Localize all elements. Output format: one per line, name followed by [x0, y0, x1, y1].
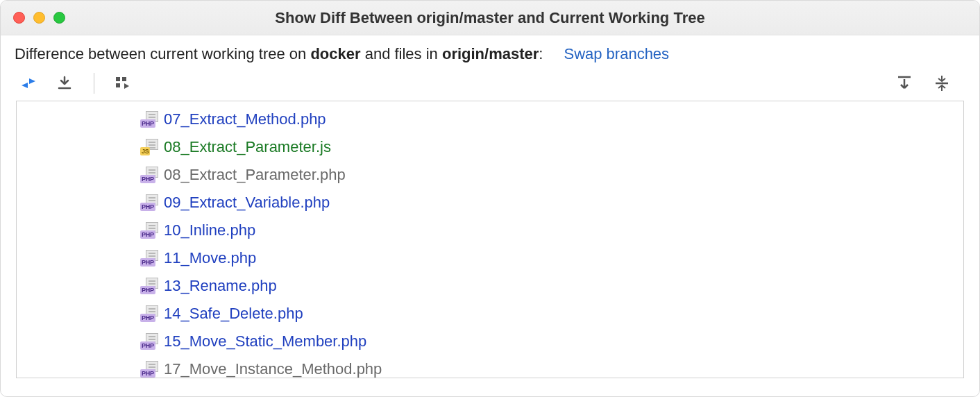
file-name-label: 08_Extract_Parameter.php — [164, 166, 346, 184]
changed-files-list[interactable]: PHP07_Extract_Method.phpJS08_Extract_Par… — [16, 101, 964, 378]
file-row[interactable]: PHP14_Safe_Delete.php — [17, 300, 963, 328]
php-file-icon: PHP — [140, 333, 160, 350]
file-row[interactable]: PHP11_Move.php — [17, 244, 963, 272]
group-by-icon — [115, 76, 132, 90]
dialog-window: Show Diff Between origin/master and Curr… — [0, 0, 980, 397]
file-row[interactable]: PHP08_Extract_Parameter.php — [17, 161, 963, 189]
swap-panes-icon — [19, 76, 37, 91]
file-name-label: 17_Move_Instance_Method.php — [164, 360, 382, 378]
titlebar: Show Diff Between origin/master and Curr… — [1, 1, 979, 35]
file-name-label: 11_Move.php — [164, 249, 256, 267]
file-name-label: 15_Move_Static_Member.php — [164, 332, 366, 350]
php-file-icon: PHP — [140, 111, 160, 128]
collapse-all-icon — [933, 74, 951, 92]
desc-suffix: : — [539, 45, 543, 62]
swap-panes-button[interactable] — [19, 74, 38, 93]
swap-branches-link[interactable]: Swap branches — [564, 45, 669, 63]
svg-rect-1 — [122, 77, 126, 81]
file-row[interactable]: PHP09_Extract_Variable.php — [17, 189, 963, 217]
file-row[interactable]: PHP13_Rename.php — [17, 272, 963, 300]
js-file-icon: JS — [140, 139, 160, 155]
file-name-label: 13_Rename.php — [164, 277, 277, 295]
file-name-label: 14_Safe_Delete.php — [164, 305, 303, 323]
collapse-all-button[interactable] — [932, 74, 952, 93]
close-window-button[interactable] — [13, 12, 25, 24]
minimize-window-button[interactable] — [33, 12, 45, 24]
file-name-label: 09_Extract_Variable.php — [164, 194, 330, 212]
file-row[interactable]: PHP07_Extract_Method.php — [17, 105, 963, 133]
toolbar-separator — [94, 73, 94, 94]
file-name-label: 08_Extract_Parameter.js — [164, 138, 331, 156]
svg-rect-2 — [116, 83, 120, 87]
desc-middle: and files in — [361, 45, 442, 62]
file-row[interactable]: PHP10_Inline.php — [17, 217, 963, 244]
diff-description: Difference between current working tree … — [1, 35, 979, 70]
download-icon — [57, 76, 72, 91]
php-file-icon: PHP — [140, 361, 160, 378]
php-file-icon: PHP — [140, 222, 160, 239]
window-controls — [1, 12, 65, 24]
group-by-button[interactable] — [114, 74, 133, 93]
file-row[interactable]: PHP17_Move_Instance_Method.php — [17, 355, 963, 378]
php-file-icon: PHP — [140, 194, 160, 211]
window-title: Show Diff Between origin/master and Curr… — [1, 9, 979, 27]
expand-all-icon — [895, 74, 913, 92]
file-name-label: 07_Extract_Method.php — [164, 110, 326, 128]
remote-branch-name: origin/master — [442, 45, 539, 62]
php-file-icon: PHP — [140, 305, 160, 322]
maximize-window-button[interactable] — [53, 12, 65, 24]
php-file-icon: PHP — [140, 167, 160, 183]
download-button[interactable] — [55, 74, 74, 93]
file-name-label: 10_Inline.php — [164, 221, 255, 239]
toolbar — [1, 70, 979, 101]
php-file-icon: PHP — [140, 250, 160, 267]
file-row[interactable]: PHP15_Move_Static_Member.php — [17, 328, 963, 355]
desc-prefix: Difference between current working tree … — [15, 45, 310, 62]
php-file-icon: PHP — [140, 278, 160, 294]
svg-rect-0 — [116, 77, 120, 81]
expand-all-button[interactable] — [895, 74, 914, 93]
file-row[interactable]: JS08_Extract_Parameter.js — [17, 133, 963, 161]
local-branch-name: docker — [310, 45, 360, 62]
